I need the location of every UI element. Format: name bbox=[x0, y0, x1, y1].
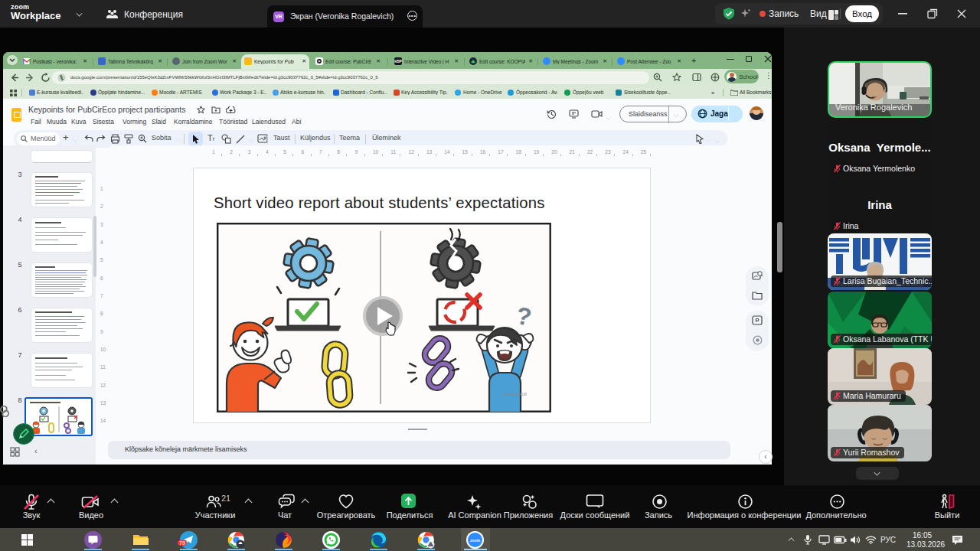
svg-text:zoom: zoom bbox=[470, 538, 481, 543]
